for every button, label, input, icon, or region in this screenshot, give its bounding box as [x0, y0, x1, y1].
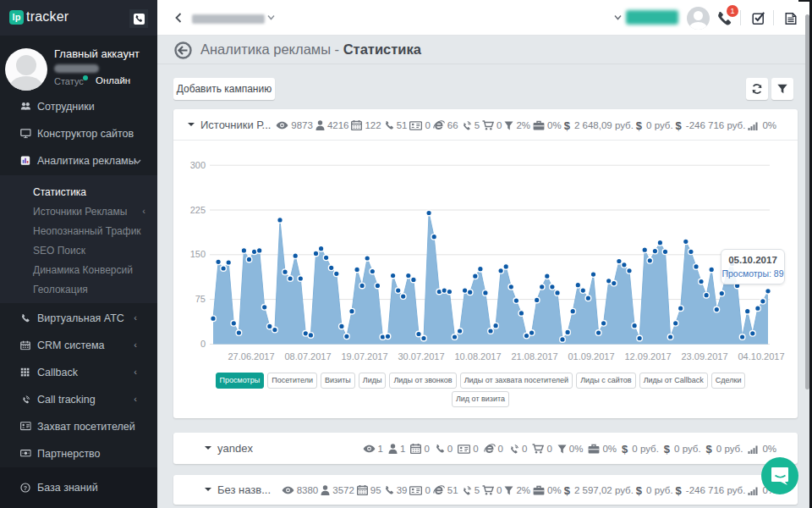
svg-text:30.07.2017: 30.07.2017	[398, 351, 444, 362]
svg-text:300: 300	[190, 160, 206, 170]
svg-text:01.09.2017: 01.09.2017	[568, 351, 614, 362]
svg-text:19.07.2017: 19.07.2017	[341, 351, 387, 362]
svg-text:?: ?	[24, 484, 27, 492]
svg-text:21.08.2017: 21.08.2017	[511, 351, 557, 362]
svg-text:27.06.2017: 27.06.2017	[228, 351, 274, 362]
svg-text:23.09.2017: 23.09.2017	[681, 351, 727, 362]
svg-text:04.10.2017: 04.10.2017	[738, 351, 784, 362]
svg-text:75: 75	[195, 294, 206, 304]
svg-text:12.09.2017: 12.09.2017	[624, 351, 671, 362]
svg-text:150: 150	[190, 249, 206, 259]
svg-text:225: 225	[190, 205, 206, 215]
svg-text:0: 0	[200, 339, 206, 349]
svg-text:08.07.2017: 08.07.2017	[284, 351, 331, 362]
svg-text:10.08.2017: 10.08.2017	[454, 351, 501, 362]
